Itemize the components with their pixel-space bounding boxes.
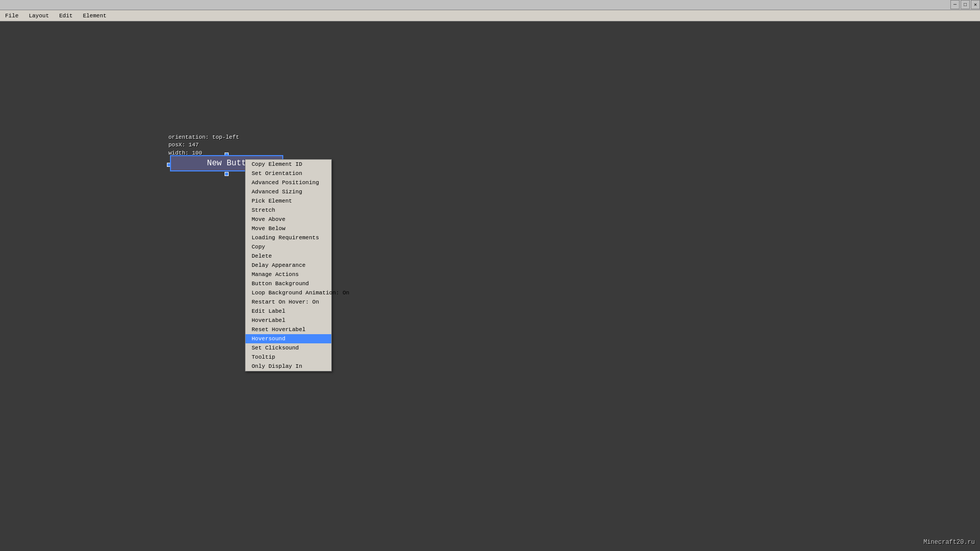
minimize-button[interactable]: ─ [950, 0, 960, 9]
context-menu-set-orientation[interactable]: Set Orientation [246, 169, 331, 178]
maximize-button[interactable]: □ [961, 0, 970, 9]
context-menu-tooltip[interactable]: Tooltip [246, 353, 331, 362]
element-info-line1: orientation: top-left [168, 134, 239, 141]
menu-element[interactable]: Element [80, 12, 109, 20]
title-bar: ─ □ ✕ [0, 0, 980, 10]
context-menu-copy-element-id[interactable]: Copy Element ID [246, 160, 331, 169]
close-button[interactable]: ✕ [971, 0, 980, 9]
context-menu-restart-on-hover[interactable]: Restart On Hover: On [246, 297, 331, 307]
context-menu-manage-actions[interactable]: Manage Actions [246, 270, 331, 279]
context-menu-set-clicksound[interactable]: Set Clicksound [246, 343, 331, 353]
watermark: Minecraft20.ru [923, 539, 975, 546]
context-menu-advanced-sizing[interactable]: Advanced Sizing [246, 187, 331, 196]
title-bar-buttons: ─ □ ✕ [950, 0, 980, 10]
element-info-line2: posX: 147 [168, 141, 239, 149]
context-menu-loading-requirements[interactable]: Loading Requirements [246, 233, 331, 242]
context-menu-hoversound[interactable]: Hoversound [246, 334, 331, 343]
context-menu-edit-label[interactable]: Edit Label [246, 307, 331, 316]
context-menu-pick-element[interactable]: Pick Element [246, 196, 331, 206]
handle-bottom-center[interactable] [225, 172, 229, 176]
context-menu-move-below[interactable]: Move Below [246, 224, 331, 233]
context-menu: Copy Element ID Set Orientation Advanced… [245, 159, 332, 371]
menu-file[interactable]: File [2, 12, 21, 20]
context-menu-only-display-in[interactable]: Only Display In [246, 362, 331, 371]
context-menu-loop-background-animation[interactable]: Loop Background Animation: On [246, 288, 331, 297]
context-menu-advanced-positioning[interactable]: Advanced Positioning [246, 178, 331, 187]
context-menu-delay-appearance[interactable]: Delay Appearance [246, 261, 331, 270]
menu-edit[interactable]: Edit [56, 12, 76, 20]
context-menu-move-above[interactable]: Move Above [246, 215, 331, 224]
context-menu-copy[interactable]: Copy [246, 242, 331, 252]
context-menu-hoverlabel[interactable]: HoverLabel [246, 316, 331, 325]
context-menu-stretch[interactable]: Stretch [246, 206, 331, 215]
menu-layout[interactable]: Layout [26, 12, 52, 20]
canvas-area: orientation: top-left posX: 147 width: 1… [0, 21, 980, 551]
button-label: New Butt [207, 159, 247, 168]
menu-bar: File Layout Edit Element [0, 10, 980, 21]
context-menu-delete[interactable]: Delete [246, 252, 331, 261]
context-menu-button-background[interactable]: Button Background [246, 279, 331, 288]
context-menu-reset-hoverlabel[interactable]: Reset HoverLabel [246, 325, 331, 334]
